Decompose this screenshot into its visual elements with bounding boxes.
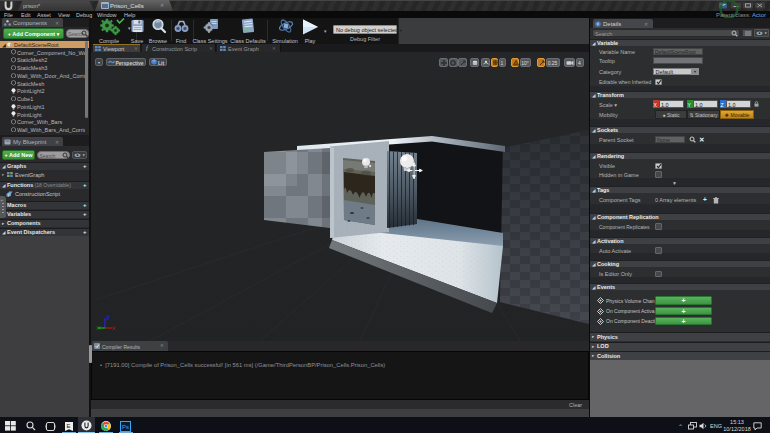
svg-text:E: E: [67, 423, 71, 429]
